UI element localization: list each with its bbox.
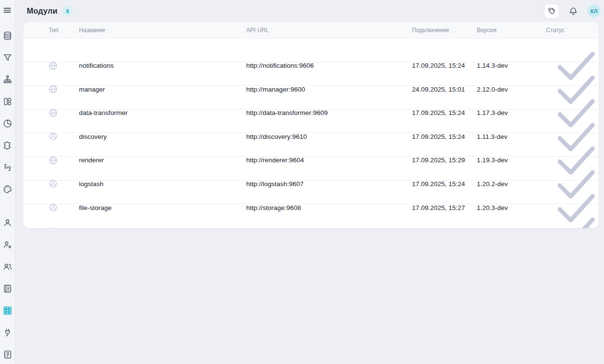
layout-icon[interactable]	[2, 96, 13, 107]
modules-table: Тип Название API URL Подключение Версия …	[23, 22, 599, 228]
logs-icon[interactable]	[2, 349, 13, 360]
table-body: notifications http://notifications:9606 …	[23, 38, 599, 228]
database-icon[interactable]	[2, 31, 13, 41]
column-header-name: Название	[79, 27, 246, 34]
table-row[interactable]: notifications http://notifications:9606 …	[23, 38, 599, 62]
puzzle-icon[interactable]	[2, 140, 13, 151]
module-url: http://data-transformer:9609	[246, 109, 412, 116]
module-connected: 24.09.2025, 15:01	[412, 86, 477, 93]
users-icon[interactable]	[2, 262, 13, 272]
gear-type-icon	[48, 131, 58, 142]
module-version: 1.20.2-dev	[477, 180, 546, 188]
module-name: discovery	[79, 133, 246, 140]
module-version: 1.14.3-dev	[477, 62, 546, 69]
web-type-icon	[48, 155, 58, 166]
svg-text:SVG: SVG	[4, 166, 10, 169]
module-url: http://notifications:9606	[246, 62, 412, 69]
module-url: http://gateway:9690	[246, 228, 412, 228]
module-version: 2.12.0-dev	[477, 86, 546, 93]
module-name: notifications	[79, 62, 246, 69]
sidebar: SVG	[0, 0, 15, 364]
topbar: Модули 8 КЛ	[15, 0, 604, 22]
module-version: 1.19.3-dev	[477, 156, 546, 164]
module-url: http://storage:9608	[246, 204, 412, 211]
web-type-icon	[48, 84, 58, 95]
module-version: 1.20.3-dev	[477, 204, 546, 211]
module-connected: 17.09.2025, 15:24	[412, 133, 477, 140]
module-version: 1.11.3-dev	[477, 133, 546, 140]
column-header-api-url: API URL	[246, 27, 412, 34]
module-url: http://manager:9600	[246, 86, 412, 93]
module-name: file-storage	[79, 204, 246, 211]
sitemap-icon[interactable]	[2, 75, 13, 85]
module-name: manager	[79, 86, 246, 93]
web-type-icon	[48, 60, 58, 71]
palette-icon[interactable]	[2, 184, 13, 194]
modules-grid-icon[interactable]	[2, 306, 13, 316]
module-url: http://renderer:9604	[246, 156, 412, 164]
column-header-status: Статус	[546, 27, 599, 34]
tags-button[interactable]	[544, 4, 559, 19]
web-type-icon	[48, 108, 58, 118]
module-connected: 17.09.2025, 15:29	[412, 156, 477, 164]
filter-icon[interactable]	[2, 53, 13, 63]
bell-icon[interactable]	[568, 6, 578, 16]
avatar[interactable]: КЛ	[587, 4, 601, 18]
module-connected: 17.09.2025, 15:24	[412, 180, 477, 188]
module-name: logstash	[79, 180, 246, 188]
column-header-type: Тип	[23, 27, 79, 34]
user-icon[interactable]	[2, 218, 13, 228]
column-header-connection: Подключение	[412, 27, 477, 34]
table-header-row: Тип Название API URL Подключение Версия …	[23, 22, 599, 38]
module-url: http://discovery:9610	[246, 133, 412, 140]
journal-icon[interactable]	[2, 284, 13, 294]
module-name: gateway	[79, 228, 246, 228]
module-url: http://logstash:9607	[246, 180, 412, 188]
pie-chart-icon[interactable]	[2, 118, 13, 129]
module-version: 1.24.3-dev	[477, 228, 546, 228]
plug-icon[interactable]	[2, 327, 13, 338]
module-connected: 17.09.2025, 15:24	[412, 109, 477, 116]
gear-type-icon	[48, 226, 58, 228]
gear-type-icon	[48, 202, 58, 213]
count-badge: 8	[62, 6, 73, 16]
module-name: data-transformer	[79, 109, 246, 116]
user-settings-icon[interactable]	[2, 240, 13, 250]
svg-icon[interactable]: SVG	[2, 162, 13, 172]
module-connected: 17.09.2025, 15:24	[412, 62, 477, 69]
gear-type-icon	[48, 178, 58, 189]
page-title: Модули	[27, 7, 58, 16]
column-header-version: Версия	[477, 27, 546, 34]
module-name: renderer	[79, 156, 246, 164]
menu-icon[interactable]	[2, 5, 12, 15]
tags-icon	[547, 7, 556, 16]
module-version: 1.17.3-dev	[477, 109, 546, 116]
module-connected: 24.09.2025, 14:58	[412, 228, 477, 228]
module-connected: 17.09.2025, 15:27	[412, 204, 477, 211]
